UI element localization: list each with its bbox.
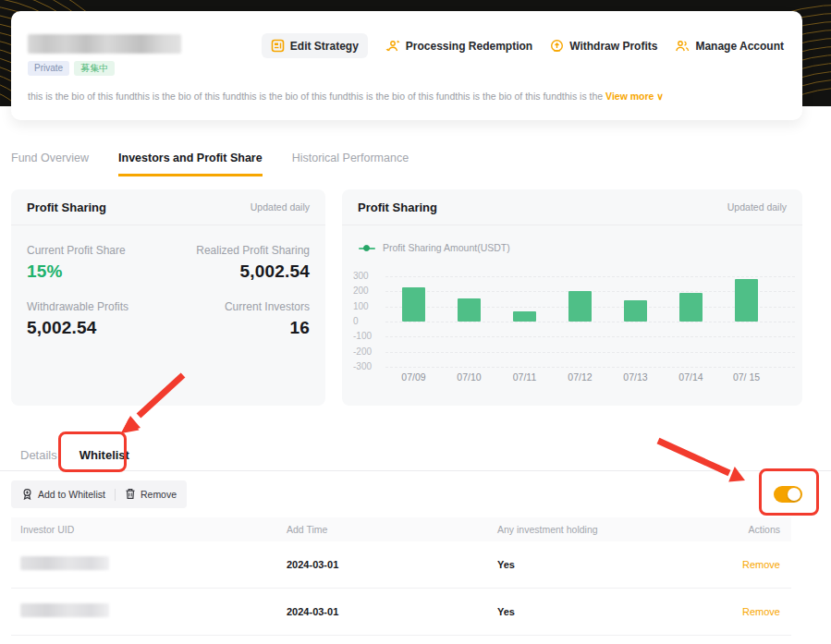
stat-current-investors: Current Investors 16 (168, 300, 310, 338)
remove-button-label: Remove (141, 489, 177, 500)
chart-gridline (385, 322, 795, 322)
stat-value: 15% (27, 261, 168, 282)
stat-current-profit-share: Current Profit Share 15% (27, 244, 168, 282)
fund-header-card: Private 募集中 this is the bio of this fund… (11, 11, 802, 120)
y-axis-tick-label: 100 (353, 301, 377, 311)
investor-uid-redacted (20, 556, 109, 570)
stat-realized-profit-sharing: Realized Profit Sharing 5,002.54 (168, 244, 310, 282)
cell-add-time: 2024-03-01 (287, 559, 338, 570)
stats-card-header: Profit Sharing Updated daily (11, 189, 325, 225)
chart-card-updated: Updated daily (727, 201, 787, 213)
x-axis-tick-label: 07/10 (444, 371, 495, 383)
chart-bar-0713 (624, 300, 647, 322)
legend-label: Profit Sharing Amount(USDT) (383, 242, 510, 253)
chart-legend[interactable]: Profit Sharing Amount(USDT) (359, 242, 510, 253)
edit-strategy-label: Edit Strategy (290, 40, 359, 53)
fund-name-redacted (28, 34, 181, 54)
withdraw-profits-label: Withdraw Profits (569, 40, 657, 53)
table-row: 2024-03-01 Yes Remove (11, 541, 791, 589)
stat-label: Current Profit Share (27, 244, 168, 257)
tab-historical-performance[interactable]: Historical Performance (292, 152, 409, 176)
award-badge-icon (21, 488, 33, 502)
chart-card-title: Profit Sharing (358, 200, 437, 214)
chart-bar-0709 (402, 287, 425, 322)
investor-uid-redacted (20, 603, 109, 617)
x-axis-tick-label: 07/13 (610, 371, 662, 383)
processing-redemption-button[interactable]: Processing Redemption (385, 39, 532, 53)
chart-gridline (385, 276, 795, 277)
main-tabs: Fund Overview Investors and Profit Share… (11, 152, 409, 176)
x-axis-tick-label: 07/14 (666, 371, 717, 383)
y-axis-tick-label: 300 (353, 271, 377, 281)
add-to-whitelist-label: Add to Whitelist (38, 489, 105, 500)
legend-dot-icon (359, 245, 375, 251)
chart-bar-0715 (735, 279, 758, 322)
stat-value: 16 (168, 318, 310, 338)
stats-card-updated: Updated daily (251, 201, 310, 213)
toolbar-divider (115, 489, 116, 501)
trash-icon (125, 488, 136, 502)
chart-bar-0714 (679, 293, 703, 322)
add-to-whitelist-button[interactable]: Add to Whitelist (21, 488, 105, 502)
withdraw-profits-icon (550, 39, 564, 53)
private-badge: Private (28, 61, 69, 76)
manage-account-icon (675, 39, 690, 53)
y-axis-tick-label: 0 (353, 316, 377, 326)
withdraw-profits-button[interactable]: Withdraw Profits (550, 39, 657, 53)
fund-badges: Private 募集中 (28, 61, 115, 76)
stat-value: 5,002.54 (27, 318, 168, 338)
row-remove-link[interactable]: Remove (742, 606, 780, 617)
chart-bar-0711 (513, 311, 536, 322)
tab-fund-overview[interactable]: Fund Overview (11, 152, 89, 176)
column-investment-holding: Any investment holding (497, 524, 598, 535)
fund-management-page: Private 募集中 this is the bio of this fund… (0, 0, 831, 644)
manage-account-label: Manage Account (695, 40, 784, 53)
stat-label: Current Investors (168, 300, 310, 313)
recruiting-badge: 募集中 (74, 61, 115, 76)
tab-whitelist[interactable]: Whitelist (79, 441, 129, 470)
column-actions: Actions (749, 524, 780, 535)
fund-bio-text: this is the bio of this fundthis is the … (28, 91, 603, 102)
chart-card-header: Profit Sharing Updated daily (342, 189, 802, 225)
whitelist-toggle[interactable] (774, 486, 802, 503)
stats-card-title: Profit Sharing (27, 200, 106, 214)
chart-plot-area: Profit Sharing Amount(USDT) 3002001000-1… (342, 225, 802, 406)
row-remove-link[interactable]: Remove (742, 559, 780, 570)
table-row: 2024-03-01 Yes Remove (11, 589, 791, 636)
chart-gridline (385, 336, 795, 337)
y-axis-tick-label: -300 (353, 361, 377, 371)
x-axis-tick-label: 07/11 (499, 371, 551, 383)
fund-bio: this is the bio of this fundthis is the … (28, 91, 664, 102)
column-add-time: Add Time (287, 524, 327, 535)
y-axis-tick-label: -200 (353, 346, 377, 357)
tab-details[interactable]: Details (20, 441, 57, 470)
remove-button[interactable]: Remove (125, 488, 177, 502)
stat-withdrawable-profits: Withdrawable Profits 5,002.54 (27, 300, 168, 338)
column-investor-uid: Investor UID (20, 524, 74, 535)
whitelist-toolbar: Add to Whitelist Remove (11, 480, 187, 508)
processing-redemption-label: Processing Redemption (406, 40, 532, 53)
manage-account-button[interactable]: Manage Account (675, 39, 784, 53)
section-tabs: Details Whitelist (0, 441, 831, 471)
profit-sharing-chart-card: Profit Sharing Updated daily Profit Shar… (342, 189, 802, 406)
stats-grid: Current Profit Share 15% Realized Profit… (11, 225, 325, 338)
chart-gridline (385, 352, 795, 353)
y-axis-tick-label: -100 (353, 331, 377, 341)
edit-strategy-button[interactable]: Edit Strategy (262, 33, 368, 58)
cell-holding: Yes (497, 559, 515, 570)
stat-label: Withdrawable Profits (27, 300, 168, 313)
tab-investors-profit-share[interactable]: Investors and Profit Share (118, 152, 263, 176)
x-axis-tick-label: 07/12 (555, 371, 606, 383)
cell-holding: Yes (497, 606, 515, 617)
stat-value: 5,002.54 (168, 261, 310, 282)
x-axis-tick-label: 07/09 (388, 371, 440, 383)
x-axis-tick-label: 07/ 15 (721, 371, 773, 383)
chart-gridline (385, 367, 795, 368)
chart-bar-0710 (458, 298, 481, 322)
edit-strategy-icon (271, 39, 285, 53)
toggle-knob (788, 488, 800, 501)
processing-redemption-icon (385, 39, 400, 53)
y-axis-tick-label: 200 (353, 286, 377, 296)
view-more-link[interactable]: View more ∨ (605, 91, 664, 102)
whitelist-table-header: Investor UID Add Time Any investment hol… (11, 517, 791, 541)
